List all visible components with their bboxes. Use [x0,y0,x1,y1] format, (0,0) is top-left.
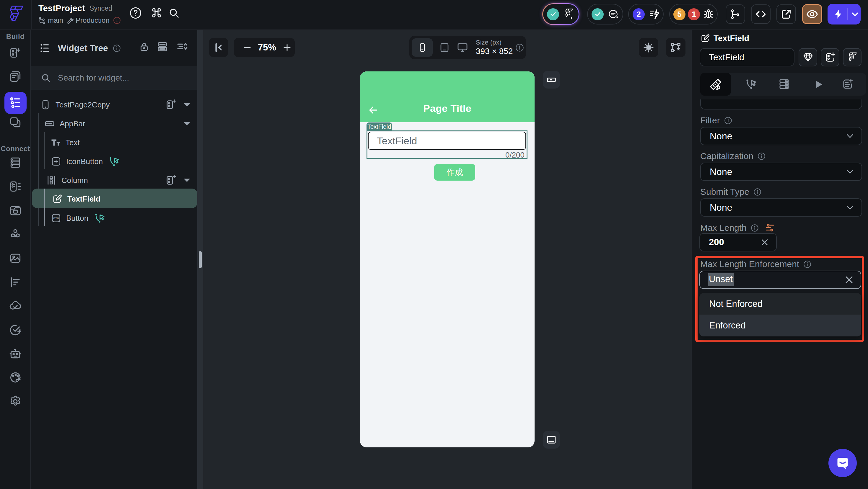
svg-text:BTN: BTN [53,217,59,220]
